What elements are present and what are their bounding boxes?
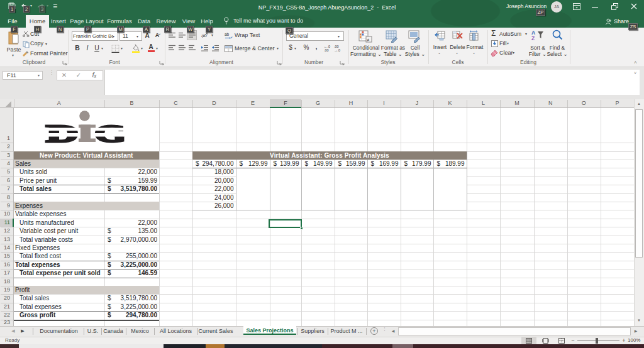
svg-text:.00: .00	[324, 48, 329, 52]
svg-text:≠: ≠	[367, 38, 370, 42]
svg-text:Z: Z	[531, 35, 535, 41]
svg-text:ab: ab	[201, 33, 207, 38]
svg-text:→.0: →.0	[334, 48, 340, 52]
svg-text:ab: ab	[225, 32, 230, 36]
